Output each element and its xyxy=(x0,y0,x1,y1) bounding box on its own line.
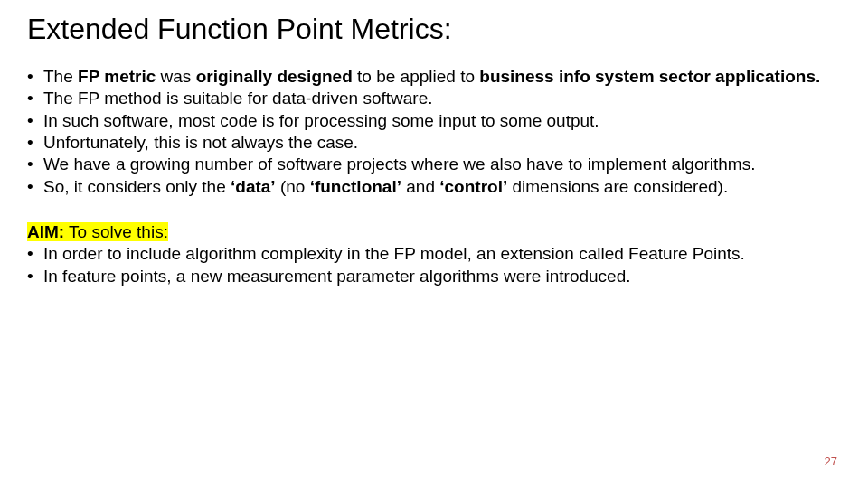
bullet-marker: • xyxy=(27,176,43,198)
bullet-text: So, it considers only the ‘data’ (no ‘fu… xyxy=(43,176,841,198)
bullet-marker: • xyxy=(27,110,43,132)
bullet-item: •We have a growing number of software pr… xyxy=(27,154,841,175)
aim-text: In order to include algorithm complexity… xyxy=(43,243,841,265)
bullet-text: Unfortunately, this is not always the ca… xyxy=(43,132,841,154)
aim-subtitle: To solve this: xyxy=(69,222,168,241)
aim-text: In feature points, a new measurement par… xyxy=(43,266,841,287)
bullet-text: The FP method is suitable for data-drive… xyxy=(43,88,841,109)
aim-item: • In order to include algorithm complexi… xyxy=(27,243,841,265)
slide: Extended Function Point Metrics: •The FP… xyxy=(0,0,868,488)
aim-label: AIM: xyxy=(27,222,64,241)
aim-heading: AIM: To solve this: xyxy=(27,221,841,243)
page-number: 27 xyxy=(825,455,837,468)
slide-title: Extended Function Point Metrics: xyxy=(27,13,841,46)
bullet-marker: • xyxy=(27,243,43,265)
aim-item: •In feature points, a new measurement pa… xyxy=(27,266,841,287)
bullet-text: The FP metric was originally designed to… xyxy=(43,66,841,88)
bullet-list: •The FP metric was originally designed t… xyxy=(27,66,841,198)
bullet-item: •Unfortunately, this is not always the c… xyxy=(27,132,841,154)
bullet-text: We have a growing number of software pro… xyxy=(43,154,841,175)
bullet-item: •In such software, most code is for proc… xyxy=(27,110,841,132)
bullet-marker: • xyxy=(27,88,43,109)
aim-list: • In order to include algorithm complexi… xyxy=(27,243,841,287)
bullet-marker: • xyxy=(27,66,43,88)
bullet-marker: • xyxy=(27,266,43,287)
bullet-item: •So, it considers only the ‘data’ (no ‘f… xyxy=(27,176,841,198)
bullet-item: •The FP method is suitable for data-driv… xyxy=(27,88,841,109)
bullet-text: In such software, most code is for proce… xyxy=(43,110,841,132)
bullet-item: •The FP metric was originally designed t… xyxy=(27,66,841,88)
bullet-marker: • xyxy=(27,132,43,154)
bullet-marker: • xyxy=(27,154,43,175)
